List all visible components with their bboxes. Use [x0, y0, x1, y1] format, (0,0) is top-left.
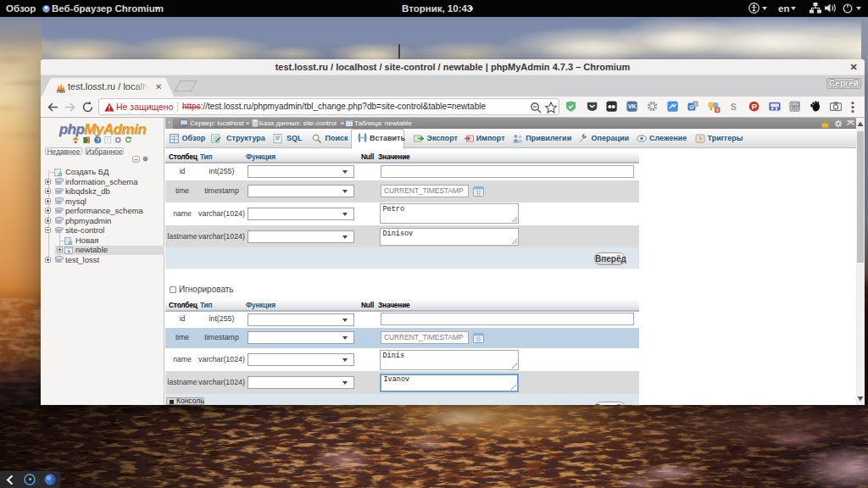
- svg-text:S: S: [731, 102, 737, 112]
- svg-text:VK: VK: [628, 103, 637, 109]
- svg-text:G: G: [689, 104, 693, 110]
- svg-text:4567: 4567: [791, 107, 800, 111]
- svg-text:?: ?: [96, 137, 99, 143]
- svg-text:PMA: PMA: [57, 90, 66, 94]
- svg-text:文: 文: [693, 102, 698, 107]
- svg-text:0123: 0123: [791, 103, 800, 107]
- svg-text:P: P: [752, 102, 757, 111]
